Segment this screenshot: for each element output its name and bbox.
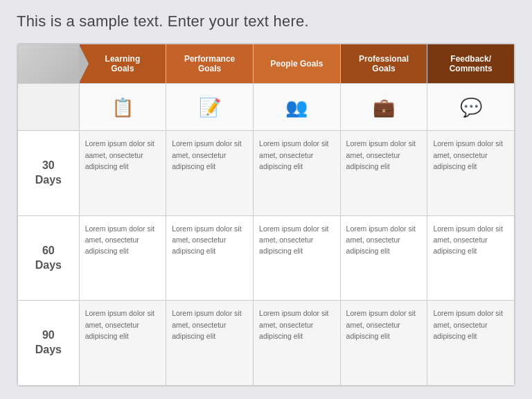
learning-icon: 📋 [112, 97, 134, 118]
col-label-learning: LearningGoals [105, 54, 141, 73]
lorem-text: Lorem ipsum dolor sit amet, onsectetur a… [172, 138, 247, 172]
lorem-text: Lorem ipsum dolor sit amet, onsectetur a… [433, 308, 508, 342]
days-text-2: 90Days [35, 329, 62, 355]
col-header-performance: PerformanceGoals [166, 44, 254, 84]
lorem-text: Lorem ipsum dolor sit amet, onsectetur a… [346, 308, 422, 342]
main-table-container: LearningGoals PerformanceGoals People Go… [17, 43, 515, 387]
icon-cell-feedback: 💬 [427, 84, 515, 131]
table-row: 30DaysLorem ipsum dolor sit aamet, onsec… [18, 131, 515, 216]
lorem-text: Lorem ipsum dolor sit amet, onsectetur a… [85, 308, 161, 342]
lorem-text: Lorem ipsum dolor sit amet, onsectetur a… [85, 223, 161, 257]
data-cell-row0-col3: Lorem ipsum dolor sit amet, onsectetur a… [340, 131, 427, 216]
lorem-text: Lorem ipsum dolor sit amet, onsectetur a… [346, 223, 422, 257]
icon-cell-performance: 📝 [166, 84, 254, 131]
performance-icon: 📝 [199, 97, 221, 118]
col-label-professional: ProfessionalGoals [359, 54, 409, 73]
lorem-text: Lorem ipsum dolor sit aamet, onsectetur … [85, 138, 161, 172]
icon-cell-professional: 💼 [340, 84, 427, 131]
col-label-performance: PerformanceGoals [184, 54, 235, 73]
days-label-2: 90Days [18, 301, 80, 386]
people-icon: 👥 [285, 97, 308, 118]
days-header [18, 44, 80, 84]
lorem-text: Lorem ipsum dolor sit amet, onsectetur a… [259, 138, 335, 172]
page-title: This is a sample text. Enter your text h… [17, 12, 515, 30]
lorem-text: Lorem ipsum dolor sit amet, onsectetur a… [259, 223, 335, 257]
data-cell-row0-col0: Lorem ipsum dolor sit aamet, onsectetur … [79, 131, 166, 216]
col-header-feedback: Feedback/Comments [427, 44, 515, 84]
data-cell-row2-col4: Lorem ipsum dolor sit amet, onsectetur a… [427, 301, 515, 386]
col-label-people: People Goals [270, 59, 323, 69]
icon-cell-learning: 📋 [79, 84, 166, 131]
page: This is a sample text. Enter your text h… [0, 0, 532, 399]
data-cell-row2-col1: Lorem ipsum dolor sit amet, onsectetur a… [166, 301, 254, 386]
table-row: 90DaysLorem ipsum dolor sit amet, onsect… [18, 301, 515, 386]
data-cell-row0-col2: Lorem ipsum dolor sit amet, onsectetur a… [254, 131, 341, 216]
table-row: 60DaysLorem ipsum dolor sit amet, onsect… [18, 215, 515, 301]
days-label-0: 30Days [18, 131, 80, 216]
lorem-text: Lorem ipsum dolor sit amet, onsectetur a… [172, 308, 247, 342]
header-row: LearningGoals PerformanceGoals People Go… [18, 44, 515, 84]
data-cell-row1-col2: Lorem ipsum dolor sit amet, onsectetur a… [254, 215, 341, 301]
col-header-people: People Goals [254, 44, 341, 84]
lorem-text: Lorem ipsum dolor sit amet, onsectetur a… [259, 308, 335, 342]
data-cell-row1-col1: Lorem ipsum dolor sit amet, onsectetur a… [166, 215, 254, 301]
lorem-text: Lorem ipsum dolor sit amet, onsectetur a… [433, 138, 508, 172]
days-label-1: 60Days [18, 215, 80, 301]
icon-row-days-cell [18, 84, 80, 131]
lorem-text: Lorem ipsum dolor sit amet, onsectetur a… [346, 138, 422, 172]
data-cell-row2-col2: Lorem ipsum dolor sit amet, onsectetur a… [254, 301, 341, 386]
days-text-0: 30Days [35, 159, 62, 186]
data-cell-row0-col1: Lorem ipsum dolor sit amet, onsectetur a… [166, 131, 254, 216]
icon-cell-people: 👥 [254, 84, 341, 131]
col-header-learning: LearningGoals [79, 44, 166, 84]
feedback-icon: 💬 [460, 97, 482, 118]
data-cell-row1-col3: Lorem ipsum dolor sit amet, onsectetur a… [340, 215, 427, 301]
data-cell-row1-col4: Lorem ipsum dolor sit amet, onsectetur a… [427, 215, 515, 301]
professional-icon: 💼 [373, 97, 395, 118]
data-cell-row0-col4: Lorem ipsum dolor sit amet, onsectetur a… [427, 131, 515, 216]
days-text-1: 60Days [35, 245, 62, 271]
data-cell-row2-col3: Lorem ipsum dolor sit amet, onsectetur a… [340, 301, 427, 386]
goals-table: LearningGoals PerformanceGoals People Go… [17, 44, 515, 386]
lorem-text: Lorem ipsum dolor sit amet, onsectetur a… [433, 223, 508, 257]
icon-row: 📋📝👥💼💬 [18, 84, 515, 131]
col-header-professional: ProfessionalGoals [340, 44, 427, 84]
data-cell-row1-col0: Lorem ipsum dolor sit amet, onsectetur a… [79, 215, 166, 301]
lorem-text: Lorem ipsum dolor sit amet, onsectetur a… [172, 223, 247, 257]
col-label-feedback: Feedback/Comments [450, 54, 493, 73]
data-cell-row2-col0: Lorem ipsum dolor sit amet, onsectetur a… [79, 301, 166, 386]
